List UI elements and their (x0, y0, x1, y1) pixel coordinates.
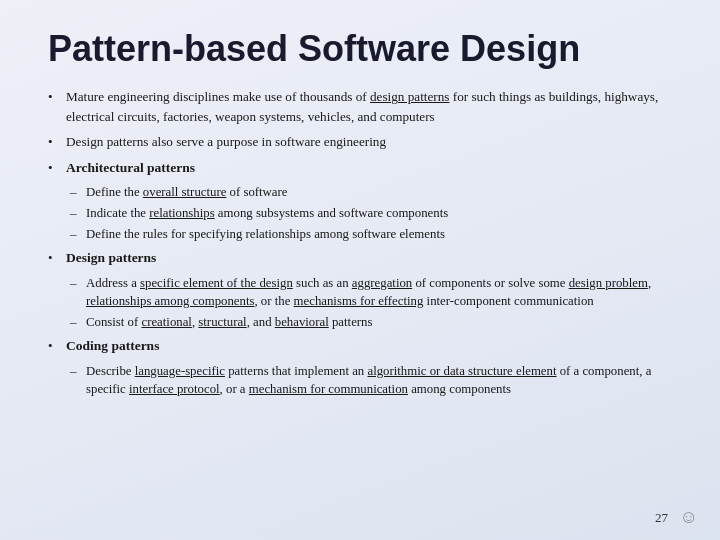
dash-6: – (70, 362, 86, 381)
smiley-icon: ☺ (680, 507, 698, 528)
underline-relationships: relationships (149, 206, 214, 220)
sub-bullet-arch-2: – Indicate the relationships among subsy… (70, 204, 672, 223)
sub-bullet-design-2: – Consist of creational, structural, and… (70, 313, 672, 332)
dash-4: – (70, 274, 86, 293)
underline-mechanism-communication: mechanism for communication (249, 382, 408, 396)
dash-2: – (70, 204, 86, 223)
sub-bullets-architectural: – Define the overall structure of softwa… (70, 183, 672, 244)
design-patterns-label: Design patterns (66, 250, 156, 265)
underline-aggregation: aggregation (352, 276, 412, 290)
slide-content: • Mature engineering disciplines make us… (48, 87, 672, 398)
coding-patterns-label: Coding patterns (66, 338, 159, 353)
bullet-item-4: • Design patterns (48, 248, 672, 268)
dash-5: – (70, 313, 86, 332)
bullet-dot-2: • (48, 133, 66, 152)
underline-mechanisms-effecting: mechanisms for effecting (294, 294, 424, 308)
architectural-patterns-label: Architectural patterns (66, 160, 195, 175)
sub-bullet-text-arch-1: Define the overall structure of software (86, 183, 672, 202)
bullet-text-1: Mature engineering disciplines make use … (66, 87, 672, 125)
slide-title: Pattern-based Software Design (48, 28, 672, 69)
bullet-item-3: • Architectural patterns (48, 158, 672, 178)
bullet-text-5: Coding patterns (66, 336, 672, 356)
sub-bullet-text-arch-3: Define the rules for specifying relation… (86, 225, 672, 244)
underline-algorithmic: algorithmic or data structure element (367, 364, 556, 378)
bullet-item-2: • Design patterns also serve a purpose i… (48, 132, 672, 152)
dash-1: – (70, 183, 86, 202)
slide: Pattern-based Software Design • Mature e… (0, 0, 720, 540)
bullet-item-1: • Mature engineering disciplines make us… (48, 87, 672, 125)
underline-design-patterns: design patterns (370, 89, 449, 104)
bullet-dot-5: • (48, 337, 66, 356)
underline-behavioral: behavioral (275, 315, 329, 329)
sub-bullets-design: – Address a specific element of the desi… (70, 274, 672, 332)
sub-bullet-text-coding-1: Describe language-specific patterns that… (86, 362, 672, 399)
bullet-text-3: Architectural patterns (66, 158, 672, 178)
underline-interface-protocol: interface protocol (129, 382, 220, 396)
sub-bullets-coding: – Describe language-specific patterns th… (70, 362, 672, 399)
dash-3: – (70, 225, 86, 244)
sub-bullet-text-design-2: Consist of creational, structural, and b… (86, 313, 672, 332)
page-number: 27 (655, 510, 668, 526)
underline-specific-element: specific element of the design (140, 276, 293, 290)
sub-bullet-text-design-1: Address a specific element of the design… (86, 274, 672, 311)
sub-bullet-text-arch-2: Indicate the relationships among subsyst… (86, 204, 672, 223)
underline-creational: creational (141, 315, 191, 329)
underline-design-problem: design problem (569, 276, 648, 290)
sub-bullet-arch-3: – Define the rules for specifying relati… (70, 225, 672, 244)
sub-bullet-design-1: – Address a specific element of the desi… (70, 274, 672, 311)
bullet-item-5: • Coding patterns (48, 336, 672, 356)
bullet-dot-4: • (48, 249, 66, 268)
underline-structural: structural (198, 315, 246, 329)
bullet-text-2: Design patterns also serve a purpose in … (66, 132, 672, 151)
underline-relationships-components: relationships among components (86, 294, 254, 308)
sub-bullet-coding-1: – Describe language-specific patterns th… (70, 362, 672, 399)
sub-bullet-arch-1: – Define the overall structure of softwa… (70, 183, 672, 202)
bullet-dot-3: • (48, 159, 66, 178)
underline-language-specific: language-specific (135, 364, 225, 378)
bullet-dot-1: • (48, 88, 66, 107)
underline-overall-structure: overall structure (143, 185, 227, 199)
bullet-text-4: Design patterns (66, 248, 672, 268)
